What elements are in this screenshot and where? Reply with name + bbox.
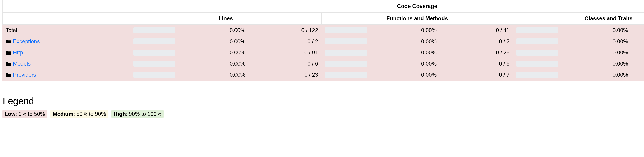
lines-fraction: 0 / 6 (248, 58, 322, 69)
separator (2, 90, 642, 90)
directory-link[interactable]: Providers (13, 72, 36, 78)
header-blank (2, 0, 130, 12)
classes-percent: 0.00% (558, 47, 632, 58)
directory-link[interactable]: Models (13, 60, 30, 67)
directory-link[interactable]: Exceptions (13, 38, 40, 44)
functions-bar-cell (322, 36, 367, 47)
legend-low: Low: 0% to 50% (2, 110, 47, 118)
subheader-blank (2, 12, 130, 24)
legend-low-range: : 0% to 50% (16, 111, 45, 117)
progress-bar (133, 50, 176, 55)
functions-bar-cell (322, 47, 367, 58)
legend-high-label: High (114, 111, 126, 117)
progress-bar (133, 27, 176, 33)
row-name: Exceptions (2, 36, 130, 47)
row-name: Providers (2, 69, 130, 81)
progress-bar (325, 27, 368, 33)
lines-fraction: 0 / 2 (248, 36, 322, 47)
classes-bar-cell (513, 69, 558, 81)
progress-bar (325, 38, 368, 44)
classes-bar-cell (513, 36, 558, 47)
progress-bar (516, 27, 560, 33)
legend-medium-range: : 50% to 90% (74, 111, 106, 117)
coverage-table: Code Coverage Lines Functions and Method… (2, 0, 644, 81)
classes-bar-cell (513, 58, 558, 69)
functions-fraction: 0 / 41 (440, 24, 513, 36)
legend-title: Legend (3, 96, 642, 107)
functions-bar-cell (322, 69, 367, 81)
folder-icon (6, 39, 11, 43)
progress-bar (516, 38, 560, 44)
classes-fraction: 0 / 14 (632, 47, 644, 58)
functions-bar-cell (322, 58, 367, 69)
lines-percent: 0.00% (176, 24, 248, 36)
folder-icon (6, 73, 11, 77)
classes-percent: 0.00% (558, 69, 632, 81)
folder-icon (6, 50, 11, 55)
table-row: Http0.00%0 / 910.00%0 / 260.00%0 / 14 (2, 47, 644, 58)
folder-icon (6, 62, 11, 66)
row-name: Total (2, 24, 130, 36)
lines-fraction: 0 / 122 (248, 24, 322, 36)
progress-bar (133, 72, 176, 78)
lines-bar-cell (130, 47, 176, 58)
table-row: Providers0.00%0 / 230.00%0 / 70.00%0 / 5 (2, 69, 644, 81)
functions-bar-cell (322, 24, 367, 36)
functions-percent: 0.00% (367, 47, 440, 58)
functions-percent: 0.00% (367, 58, 440, 69)
lines-fraction: 0 / 91 (248, 47, 322, 58)
classes-percent: 0.00% (558, 36, 632, 47)
header-classes: Classes and Traits (513, 12, 644, 24)
functions-percent: 0.00% (367, 36, 440, 47)
functions-fraction: 0 / 6 (440, 58, 513, 69)
legend-low-label: Low (4, 111, 16, 117)
lines-bar-cell (130, 36, 176, 47)
lines-percent: 0.00% (176, 47, 248, 58)
lines-percent: 0.00% (176, 36, 248, 47)
classes-fraction: 0 / 1 (632, 36, 644, 47)
classes-fraction: 0 / 5 (632, 69, 644, 81)
functions-fraction: 0 / 7 (440, 69, 513, 81)
functions-fraction: 0 / 26 (440, 47, 513, 58)
functions-percent: 0.00% (367, 69, 440, 81)
lines-percent: 0.00% (176, 58, 248, 69)
classes-bar-cell (513, 47, 558, 58)
legend-badges: Low: 0% to 50% Medium: 50% to 90% High: … (2, 110, 642, 118)
functions-percent: 0.00% (367, 24, 440, 36)
lines-fraction: 0 / 23 (248, 69, 322, 81)
row-name: Http (2, 47, 130, 58)
progress-bar (325, 72, 368, 78)
row-name: Models (2, 58, 130, 69)
lines-bar-cell (130, 58, 176, 69)
table-row: Models0.00%0 / 60.00%0 / 60.00%0 / 4 (2, 58, 644, 69)
progress-bar (516, 50, 560, 55)
progress-bar (133, 61, 176, 67)
header-main: Code Coverage (130, 0, 644, 12)
directory-link[interactable]: Http (13, 49, 23, 55)
header-functions: Functions and Methods (322, 12, 513, 24)
classes-percent: 0.00% (558, 58, 632, 69)
classes-fraction: 0 / 4 (632, 58, 644, 69)
classes-fraction: 0 / 24 (632, 24, 644, 36)
legend-medium: Medium: 50% to 90% (50, 110, 108, 118)
table-row: Total0.00%0 / 1220.00%0 / 410.00%0 / 24 (2, 24, 644, 36)
progress-bar (325, 61, 368, 67)
progress-bar (133, 38, 176, 44)
legend-medium-label: Medium (53, 111, 74, 117)
progress-bar (516, 61, 560, 67)
header-lines: Lines (130, 12, 322, 24)
lines-percent: 0.00% (176, 69, 248, 81)
classes-bar-cell (513, 24, 558, 36)
lines-bar-cell (130, 24, 176, 36)
lines-bar-cell (130, 69, 176, 81)
table-row: Exceptions0.00%0 / 20.00%0 / 20.00%0 / 1 (2, 36, 644, 47)
progress-bar (325, 50, 368, 55)
legend-high-range: : 90% to 100% (126, 111, 161, 117)
row-name-text: Total (6, 27, 17, 33)
progress-bar (516, 72, 560, 78)
functions-fraction: 0 / 2 (440, 36, 513, 47)
classes-percent: 0.00% (558, 24, 632, 36)
legend-high: High: 90% to 100% (112, 110, 164, 118)
